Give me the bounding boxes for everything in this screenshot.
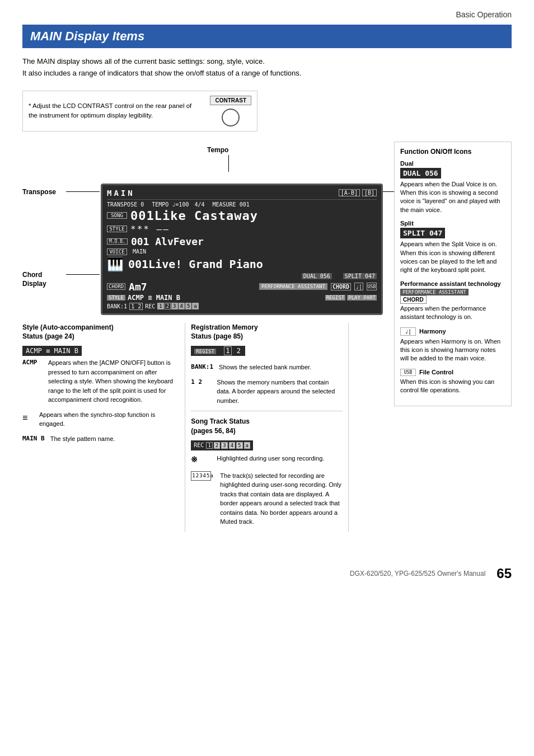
lcd-piano-row: 🎹 001Live! Grand Piano [107,256,377,272]
lcd-bottom-row: STYLE ACMP ≡ MAIN B REGIST PLAY PART [107,294,377,302]
lcd-track-numbers: 1 2 3 4 5 a [157,303,199,309]
style-lcd-mini: ACMP ≡ MAIN B [22,346,82,356]
harmony-icon: ♩| [354,283,363,290]
intro-text: The MAIN display shows all of the curren… [22,56,512,79]
harmony-icon-box: ♩| [400,327,416,336]
lcd-info-row: TRANSPOSE 0 TEMPO ♩=100 4/4 MEASURE 001 [107,201,377,208]
transpose-arrow [66,191,100,192]
file-icon-box: USB [400,369,416,376]
chord-display-label: Chord Display [22,270,67,289]
lcd-b-label: [B] [362,189,377,196]
reg-mem-col: Registration Memory Status (page 85) REG… [185,323,348,532]
rec-desc-row: ※ Highlighted during user song recording… [191,454,342,466]
tempo-line [228,155,229,172]
chord-arrow [66,274,100,275]
tracks-desc-row: 12345a The track(s) selected for recordi… [191,471,342,527]
header-title: Basic Operation [456,10,512,19]
lcd-display: MAIN [A-B] [B] TRANSPOSE 0 TEMPO ♩=100 4… [101,184,383,315]
lcd-dual-split-row: DUAL 056 SPLIT 047 [107,273,377,279]
song-track-lcd: REC 1 2 3 4 5 a [191,440,253,450]
main-diagram: Tempo A-B Repeat Appears when repeatplay… [22,142,512,315]
contrast-button-label: CONTRAST [210,96,251,105]
footer-manual: DGX-620/520, YPG-625/525 Owner's Manual [350,570,485,577]
page-number: 65 [496,566,512,581]
fn-file-section: USB File Control When this icon is showi… [400,369,505,395]
lcd-bank-track-row: BANK:1 1 2 REC 1 2 3 4 5 a [107,303,377,310]
lcd-ab-label: [A-B] [339,189,360,196]
mainb-desc-row: MAIN B The style pattern name. [22,434,176,444]
transpose-label: Transpose [22,188,56,196]
fn-harmony-section: ♩| Harmony Appears when Harmony is on. W… [400,327,505,363]
section-title: MAIN Display Items [22,25,512,48]
tempo-callout: Tempo [207,146,228,154]
lcd-song-row: SONG 001Like Castaway [107,209,377,223]
function-icons-panel: Function ON/Off Icons Dual DUAL 056 Appe… [394,142,512,407]
usb-icon: USB [367,283,377,290]
style-status-col: Style (Auto-accompaniment) Status (page … [22,323,185,532]
reg-mem-lcd: REGIST 1 2 [191,346,342,358]
synchro-desc-row: ≡ Appears when the synchro-stop function… [22,410,176,429]
lcd-style-row: STYLE *** —— [107,224,377,234]
acmp-desc-row: ACMP Appears when the [ACMP ON/OFF] butt… [22,358,176,405]
song-track-section: Song Track Status (pages 56, 84) REC 1 2… [191,411,342,527]
lcd-chord-row: CHORD Am7 PERFORMANCE ASSISTANT CHORD ♩|… [107,281,377,293]
page-footer: DGX-620/520, YPG-625/525 Owner's Manual … [0,555,534,587]
fn-perf-section: Performance assistant technology PERFORM… [400,280,505,322]
lcd-voice-row: VOICE MAIN [107,248,377,255]
lcd-top-bar: MAIN [A-B] [B] [107,189,377,200]
contrast-note: * Adjust the LCD CONTRAST control on the… [22,91,257,132]
page-header: Basic Operation [0,0,534,25]
fn-dual-section: Dual DUAL 056 Appears when the Dual Voic… [400,160,505,215]
bank1-desc-row: BANK:1 Shows the selected bank number. [191,363,342,372]
nums-desc-row: 1 2 Shows the memory numbers that contai… [191,378,342,406]
fn-split-section: Split SPLIT 047 Appears when the Split V… [400,220,505,275]
lcd-mdb-row: M.D.B. 001 AlvFever [107,236,377,247]
contrast-circle-icon [222,109,240,126]
